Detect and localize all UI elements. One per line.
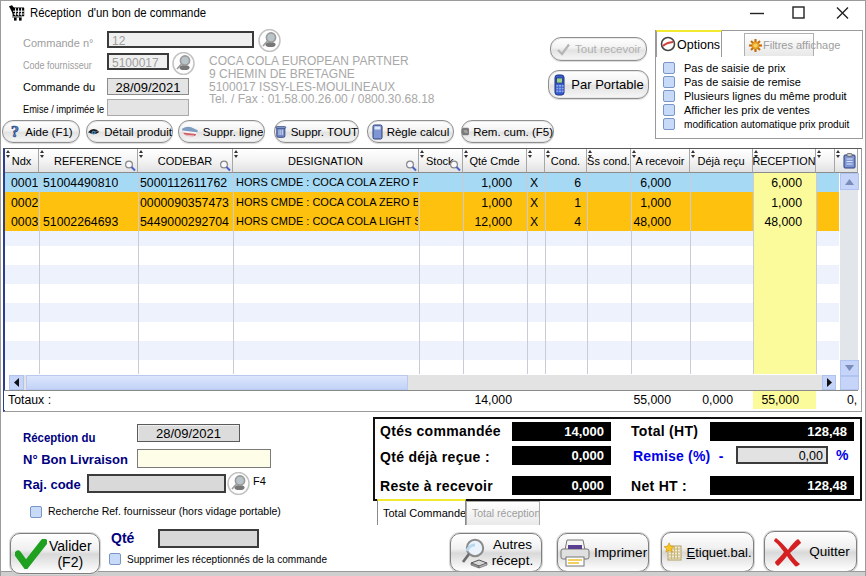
svg-text:?: ? [11, 123, 19, 140]
svg-text:%: % [464, 129, 468, 134]
